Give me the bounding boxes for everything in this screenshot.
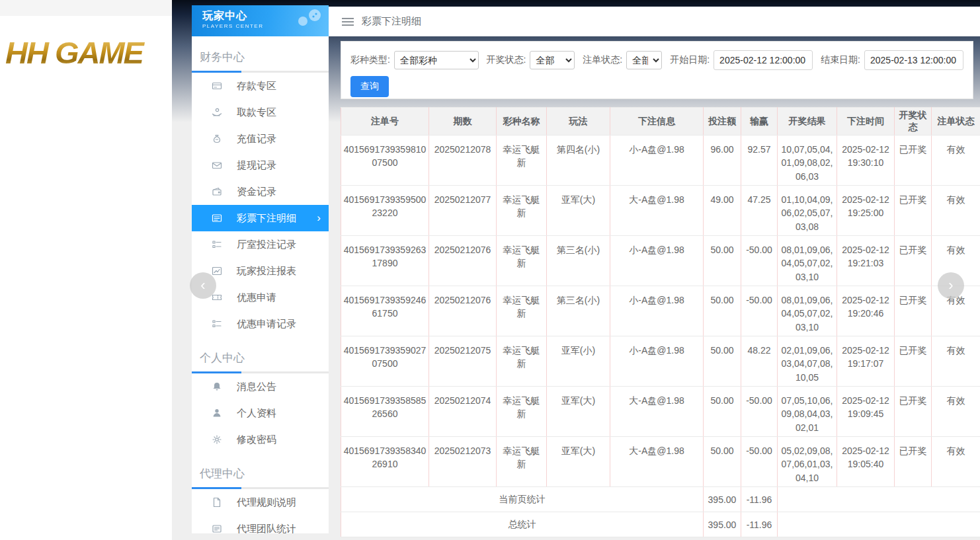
lottery-type-label: 彩种类型: bbox=[350, 54, 390, 66]
chevron-left-icon: ‹ bbox=[200, 277, 205, 294]
table-cell: 50.00 bbox=[704, 286, 741, 336]
table-cell: 92.57 bbox=[741, 135, 778, 186]
sidebar-header: 玩家中心 PLAYERS CENTER bbox=[192, 5, 329, 36]
section-title-agent: 代理中心 bbox=[192, 453, 329, 481]
bet-list-icon bbox=[212, 213, 222, 223]
draw-status-select[interactable]: 全部 bbox=[530, 51, 575, 69]
hand-coin-icon bbox=[212, 107, 222, 118]
table-cell: 亚军(大) bbox=[547, 387, 610, 437]
money-bag-icon bbox=[212, 134, 222, 144]
end-date-label: 结束日期: bbox=[821, 54, 860, 66]
table-cell: 已开奖 bbox=[895, 135, 932, 186]
start-date-input[interactable] bbox=[714, 50, 813, 70]
hamburger-menu-icon[interactable] bbox=[342, 16, 354, 28]
table-cell: 48.22 bbox=[741, 336, 778, 387]
page-stats-win-total: -11.96 bbox=[741, 487, 778, 512]
table-cell: 幸运飞艇新 bbox=[497, 236, 547, 286]
section-title-personal: 个人中心 bbox=[192, 337, 329, 366]
section-title-finance: 财务中心 bbox=[192, 36, 329, 65]
table-cell: -50.00 bbox=[741, 437, 778, 487]
sidebar-item-agent-rules[interactable]: 代理规则说明 bbox=[192, 489, 329, 516]
table-cell: 小-A盘@1.98 bbox=[610, 336, 704, 387]
wallet-icon bbox=[212, 186, 222, 197]
end-date-input[interactable] bbox=[864, 50, 963, 70]
table-cell: 20250212073 bbox=[429, 437, 497, 487]
draw-status-label: 开奖状态: bbox=[487, 54, 526, 66]
bet-detail-table: 注单号 期数 彩种名称 玩法 下注信息 投注额 输赢 开奖结果 下注时间 开奖状… bbox=[341, 107, 980, 537]
panel-expand-button[interactable]: › bbox=[938, 272, 964, 299]
table-cell: 已开奖 bbox=[895, 236, 932, 286]
bell-icon bbox=[212, 381, 222, 392]
table-cell: -50.00 bbox=[741, 387, 778, 437]
sidebar-item-recharge-record[interactable]: 充值记录 bbox=[192, 126, 329, 152]
table-cell: 2025-02-12 19:30:10 bbox=[837, 135, 895, 186]
table-cell: 401569173935950023220 bbox=[341, 186, 429, 236]
table-row: 40156917393598100750020250212078幸运飞艇新第四名… bbox=[341, 135, 980, 186]
page-stats-row: 当前页统计 395.00 -11.96 bbox=[341, 487, 980, 512]
sidebar-item-deposit[interactable]: 存款专区 bbox=[192, 73, 329, 99]
order-status-select[interactable]: 全部 bbox=[626, 51, 662, 69]
sidebar-item-profile[interactable]: 个人资料 bbox=[192, 400, 329, 426]
table-cell: 401569173935981007500 bbox=[341, 135, 429, 186]
table-cell: 2025-02-12 19:25:00 bbox=[837, 186, 895, 236]
table-cell: 01,10,04,09,06,02,05,07,03,08 bbox=[778, 186, 837, 236]
start-date-label: 开始日期: bbox=[670, 54, 710, 66]
total-stats-label: 总统计 bbox=[341, 512, 704, 537]
table-row: 40156917393595002322020250212077幸运飞艇新亚军(… bbox=[341, 186, 980, 236]
sidebar-item-withdraw-record[interactable]: 提现记录 bbox=[192, 152, 329, 178]
table-cell: 50.00 bbox=[704, 336, 741, 387]
chart-report-icon bbox=[212, 266, 222, 276]
col-header-draw-result: 开奖结果 bbox=[778, 108, 837, 135]
sidebar-item-change-password[interactable]: 修改密码 bbox=[192, 426, 329, 453]
sidebar-item-agent-team-stats[interactable]: 代理团队统计 bbox=[192, 516, 329, 533]
col-header-bet-time: 下注时间 bbox=[837, 108, 895, 135]
sidebar-item-funds-record[interactable]: 资金记录 bbox=[192, 178, 329, 205]
person-icon bbox=[212, 408, 222, 418]
table-body: 40156917393598100750020250212078幸运飞艇新第四名… bbox=[341, 135, 980, 487]
table-cell: 幸运飞艇新 bbox=[497, 135, 547, 186]
deposit-card-icon bbox=[212, 81, 222, 91]
sidebar-collapse-button[interactable]: ‹ bbox=[190, 272, 216, 299]
table-cell: 幸运飞艇新 bbox=[497, 186, 547, 236]
page: HH GAME 玩家中心 PLAYERS CENTER 财务中心 存款专区 取款… bbox=[0, 0, 980, 540]
total-stats-row: 总统计 395.00 -11.96 bbox=[341, 512, 980, 537]
table-cell: 401569173935902707500 bbox=[341, 336, 429, 387]
table-cell: 2025-02-12 19:21:03 bbox=[837, 236, 895, 286]
sidebar-item-withdraw[interactable]: 取款专区 bbox=[192, 99, 329, 126]
table-cell: 幸运飞艇新 bbox=[497, 437, 547, 487]
table-row: 40156917393585852656020250212074幸运飞艇新亚军(… bbox=[341, 387, 980, 437]
lottery-type-select[interactable]: 全部彩种 bbox=[394, 51, 479, 69]
chevron-right-icon: › bbox=[948, 277, 953, 294]
sidebar-item-notice[interactable]: 消息公告 bbox=[192, 373, 329, 400]
sidebar-item-hall-bet-record[interactable]: 厅室投注记录 bbox=[192, 231, 329, 258]
query-button[interactable]: 查询 bbox=[350, 76, 389, 97]
table-cell: 96.00 bbox=[704, 135, 741, 186]
table-header-row: 注单号 期数 彩种名称 玩法 下注信息 投注额 输赢 开奖结果 下注时间 开奖状… bbox=[341, 108, 980, 135]
table-cell: 亚军(小) bbox=[547, 336, 610, 387]
table-cell: 已开奖 bbox=[895, 286, 932, 336]
table-row: 40156917393590270750020250212075幸运飞艇新亚军(… bbox=[341, 336, 980, 387]
col-header-bet-info: 下注信息 bbox=[610, 108, 704, 135]
table-cell: 401569173935926317890 bbox=[341, 236, 429, 286]
sidebar-item-promo-record[interactable]: 优惠申请记录 bbox=[192, 311, 329, 337]
table-cell: 50.00 bbox=[704, 236, 741, 286]
table-cell: -50.00 bbox=[741, 286, 778, 336]
table-cell: 08,01,09,06,04,05,07,02,03,10 bbox=[778, 236, 837, 286]
envelope-coin-icon bbox=[212, 160, 222, 171]
table-cell: 50.00 bbox=[704, 387, 741, 437]
table-cell: 小-A盘@1.98 bbox=[610, 135, 704, 186]
total-stats-win-total: -11.96 bbox=[741, 512, 778, 537]
table-cell: 2025-02-12 19:09:45 bbox=[837, 387, 895, 437]
document-icon bbox=[212, 497, 222, 508]
table-cell: 2025-02-12 19:17:07 bbox=[837, 336, 895, 387]
table-cell: 已开奖 bbox=[895, 336, 932, 387]
gear-icon bbox=[212, 434, 222, 445]
page-stats-label: 当前页统计 bbox=[341, 487, 704, 512]
table-cell: 第三名(小) bbox=[547, 236, 610, 286]
page-title: 彩票下注明细 bbox=[362, 15, 421, 28]
gamepad-icon bbox=[294, 8, 322, 32]
sidebar: 玩家中心 PLAYERS CENTER 财务中心 存款专区 取款专区 充值记录 bbox=[192, 5, 329, 533]
col-header-draw-status: 开奖状态 bbox=[895, 108, 932, 135]
sidebar-item-lottery-bet-detail[interactable]: 彩票下注明细 › bbox=[192, 205, 329, 231]
table-cell: 有效 bbox=[932, 336, 980, 387]
